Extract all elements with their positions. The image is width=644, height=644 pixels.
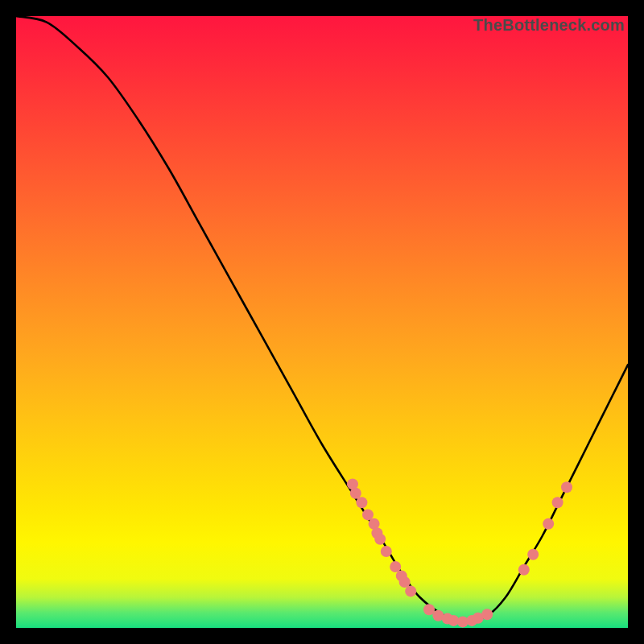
- data-marker: [561, 481, 572, 493]
- data-marker: [518, 564, 530, 576]
- data-marker: [356, 497, 367, 508]
- data-marker: [381, 546, 392, 557]
- data-marker: [481, 609, 493, 620]
- bottleneck-curve-svg: [16, 16, 628, 628]
- data-marker: [552, 497, 564, 508]
- data-marker: [374, 534, 386, 545]
- data-marker: [423, 604, 435, 615]
- bottleneck-curve-path: [16, 16, 628, 621]
- data-marker: [350, 488, 361, 499]
- chart-frame: TheBottleneck.com: [16, 16, 628, 628]
- data-marker: [527, 549, 539, 560]
- data-marker: [399, 576, 411, 588]
- marker-group: [347, 478, 572, 627]
- data-marker: [405, 585, 416, 597]
- data-marker: [362, 509, 374, 520]
- data-marker: [543, 518, 554, 530]
- data-marker: [390, 561, 401, 572]
- watermark-label: TheBottleneck.com: [473, 16, 625, 35]
